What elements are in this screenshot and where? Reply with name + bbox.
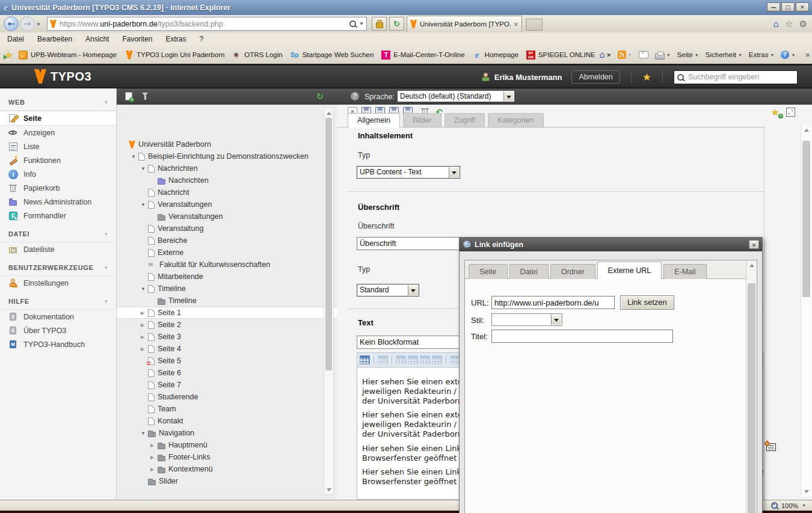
add-bookmark-icon[interactable] <box>771 108 781 117</box>
search-input[interactable] <box>687 72 794 82</box>
maximize-button[interactable] <box>781 2 795 11</box>
command-security[interactable]: Sicherheit▼ <box>706 51 742 58</box>
url-input[interactable] <box>491 296 615 309</box>
favorites-icon[interactable] <box>785 19 793 29</box>
scroll-thumb[interactable] <box>748 283 755 513</box>
content-type-select[interactable]: UPB Content - Text <box>357 166 460 179</box>
favorites-item-upb-webteam-homepage[interactable]: UPB-Webteam - Homepage <box>19 51 117 60</box>
minimize-button[interactable] <box>767 2 780 11</box>
rte-table-properties-icon[interactable] <box>378 355 388 364</box>
tree-item-studierende[interactable]: Studierende <box>117 391 337 403</box>
username[interactable]: Erika Mustermann <box>494 73 562 82</box>
command-feeds[interactable]: ▼ <box>618 51 632 59</box>
close-button[interactable] <box>796 2 809 11</box>
bookmark-star-icon[interactable] <box>642 71 651 84</box>
refresh-tree-icon[interactable] <box>316 91 324 101</box>
dialog-titlebar[interactable]: Link einfügen <box>460 238 762 251</box>
dialog-tab-ordner[interactable]: Ordner <box>550 264 595 279</box>
command-page[interactable]: Seite▼ <box>677 51 699 58</box>
tree-item-team[interactable]: Team <box>117 403 337 415</box>
tree-collapse-icon[interactable] <box>131 154 138 159</box>
tree-expand-icon[interactable] <box>141 310 148 316</box>
menu-item-ansicht[interactable]: Ansicht <box>85 35 109 43</box>
search-icon[interactable] <box>349 20 356 27</box>
sidebar-item-typo3-handbuch[interactable]: TYPO3-Handbuch <box>0 337 116 351</box>
tree-item-fakultät-für-kulturwissenschaften[interactable]: Fakultät für Kulturwissenschaften <box>117 259 337 271</box>
rte-context-icon[interactable] <box>766 443 776 451</box>
tree-expand-icon[interactable] <box>141 322 148 328</box>
tab-bilder[interactable]: Bilder <box>403 113 441 127</box>
collapse-icon[interactable] <box>103 100 109 105</box>
favorites-item-homepage[interactable]: Homepage <box>473 51 518 60</box>
tree-item-slider[interactable]: Slider <box>117 475 337 487</box>
dialog-tab-seite[interactable]: Seite <box>469 264 508 279</box>
history-dropdown-icon[interactable]: ▼ <box>36 22 41 27</box>
dialog-tab-datei[interactable]: Datei <box>509 264 549 279</box>
tree-item-beispiel-einrichtung-zu-demonstrationszwecken[interactable]: Beispiel-Einrichtung zu Demonstrationszw… <box>117 150 337 162</box>
scroll-up-icon[interactable] <box>324 108 333 117</box>
tree-item-timeline[interactable]: Timeline <box>117 295 337 307</box>
forward-button[interactable] <box>20 16 35 31</box>
command-overflow-icon[interactable]: » <box>805 51 810 59</box>
zoom-control[interactable]: 100% ▼ <box>764 500 806 511</box>
tree-item-kontakt[interactable]: Kontakt <box>117 415 337 427</box>
sidebar-item-papierkorb[interactable]: Papierkorb <box>0 181 116 195</box>
tab-zugriff[interactable]: Zugriff <box>444 113 485 127</box>
menu-item-favoriten[interactable]: Favoriten <box>122 35 152 43</box>
tree-item-seite-4[interactable]: Seite 4 <box>117 343 337 355</box>
browser-tab[interactable]: Universität Paderborn [TYPO... <box>407 16 522 32</box>
command-mail[interactable] <box>639 51 648 58</box>
new-page-icon[interactable] <box>125 92 132 100</box>
tree-item-seite-7[interactable]: Seite 7 <box>117 379 337 391</box>
tree-item-kontextmenü[interactable]: Kontextmenü <box>117 463 337 475</box>
sidebar-item-funktionen[interactable]: Funktionen <box>0 153 116 167</box>
settings-gear-icon[interactable] <box>799 19 807 29</box>
tree-item-footer-links[interactable]: Footer-Links <box>117 451 337 463</box>
tab-kategorien[interactable]: Kategorien <box>488 113 543 127</box>
rte-merge-cell-icon[interactable] <box>420 355 430 364</box>
scroll-down-icon[interactable] <box>801 488 811 496</box>
tree-collapse-icon[interactable] <box>141 202 148 207</box>
rte-table-icon[interactable] <box>360 355 370 364</box>
scroll-thumb[interactable] <box>325 118 332 370</box>
tree-scrollbar[interactable] <box>324 108 334 495</box>
style-select[interactable] <box>491 313 562 326</box>
tree-item-veranstaltung[interactable]: Veranstaltung <box>117 223 337 235</box>
tree-collapse-icon[interactable] <box>141 431 148 436</box>
tree-item-seite-6[interactable]: Seite 6 <box>117 367 337 379</box>
command-help[interactable]: ▼ <box>781 51 795 59</box>
collapse-icon[interactable] <box>103 299 109 304</box>
tree-expand-icon[interactable] <box>141 346 148 352</box>
menu-item-help[interactable]: ? <box>199 35 203 43</box>
command-home[interactable]: ▼ <box>599 51 611 60</box>
tree-item-nachricht[interactable]: Nachricht <box>117 186 337 198</box>
rte-insert-cell-icon[interactable] <box>408 355 418 364</box>
dialog-scrollbar[interactable] <box>746 260 757 513</box>
logout-button[interactable]: Abmelden <box>571 70 620 84</box>
tree-expand-icon[interactable] <box>150 467 158 472</box>
dialog-tab-e-mail[interactable]: E-Mail <box>663 264 706 279</box>
tree-item-veranstaltungen[interactable]: Veranstaltungen <box>117 210 337 223</box>
tree-item-seite-3[interactable]: Seite 3 <box>117 331 337 343</box>
command-extras[interactable]: Extras▼ <box>749 51 775 58</box>
favorites-item-typo3-login-uni-paderborn[interactable]: TYPO3 Login Uni Paderborn <box>125 51 224 60</box>
sidebar-item-news-administration[interactable]: News Administration <box>0 195 116 209</box>
rte-cell-properties-icon[interactable] <box>396 355 406 364</box>
sidebar-item-liste[interactable]: Liste <box>0 140 116 153</box>
sidebar-item-über-typo3[interactable]: Über TYPO3 <box>0 324 116 337</box>
tree-item-seite-5[interactable]: Seite 5 <box>117 355 337 367</box>
menu-item-extras[interactable]: Extras <box>165 35 186 43</box>
filter-icon[interactable] <box>142 93 148 99</box>
tree-item-seite-1[interactable]: Seite 1 <box>117 307 337 319</box>
tree-item-navigation[interactable]: Navigation <box>117 427 337 439</box>
tree-expand-icon[interactable] <box>150 455 158 460</box>
tree-item-seite-2[interactable]: Seite 2 <box>117 319 337 331</box>
favorites-item-spiegel-online[interactable]: SPIEGEL ONLINE <box>526 51 595 60</box>
sidebar-item-dateiliste[interactable]: Dateiliste <box>0 242 116 256</box>
rte-delete-cell-icon[interactable] <box>432 355 442 364</box>
scroll-up-icon[interactable] <box>746 260 757 269</box>
security-lock-button[interactable] <box>372 17 387 31</box>
help-circle-icon[interactable] <box>351 92 359 100</box>
tree-expand-icon[interactable] <box>150 443 158 448</box>
sidebar-item-seite[interactable]: Seite <box>0 111 116 126</box>
